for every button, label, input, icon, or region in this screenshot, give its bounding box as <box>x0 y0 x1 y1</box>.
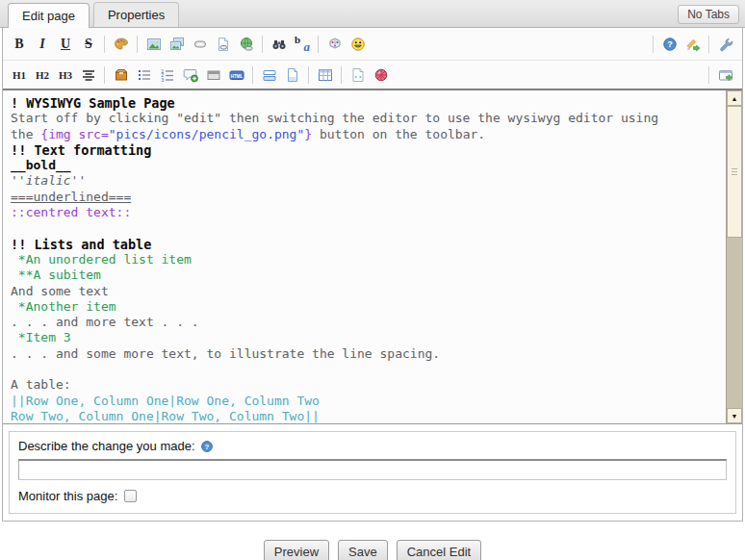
image-icon <box>146 37 162 52</box>
svg-text:HTML: HTML <box>231 73 244 78</box>
separator <box>104 66 106 84</box>
comment-add-icon <box>183 67 198 83</box>
italic-icon: I <box>39 37 44 52</box>
editor-line <box>11 220 734 236</box>
italic-button[interactable]: I <box>31 33 54 56</box>
underline-icon: U <box>61 37 70 52</box>
gallery-icon <box>169 37 185 52</box>
scrollbar-thumb[interactable] <box>727 106 742 238</box>
editor-line: Row Two, Column One|Row Two, Column Two|… <box>11 409 734 424</box>
table-icon <box>318 67 333 83</box>
editor-line: ''italic'' <box>11 173 734 189</box>
insert-image-button[interactable] <box>142 33 166 56</box>
heading3-button[interactable]: H3 <box>54 64 77 87</box>
h2-icon: H2 <box>36 69 49 81</box>
editor-line: the {img src="pics/icons/pencil_go.png"}… <box>11 127 734 142</box>
binoculars-icon <box>271 37 287 52</box>
editor-line: ::centred text:: <box>11 205 734 220</box>
titlebar-button[interactable] <box>202 64 225 87</box>
wrench-icon <box>718 37 733 52</box>
titlebar-icon <box>206 67 221 83</box>
preview-button[interactable]: Preview <box>264 540 329 560</box>
link-button[interactable] <box>189 33 212 56</box>
svg-text:3: 3 <box>161 76 164 82</box>
wiki-editor-textarea[interactable]: ! WYSIWYG Sample PageStart off by clicki… <box>3 89 742 424</box>
new-page-button[interactable] <box>281 64 304 87</box>
svg-text:?: ? <box>667 39 673 49</box>
replace-letter-a: a <box>304 39 311 55</box>
editor-content: ! WYSIWYG Sample PageStart off by clicki… <box>3 90 742 424</box>
find-button[interactable] <box>268 33 291 56</box>
editor-line: ! WYSIWYG Sample Page <box>11 95 734 111</box>
separator <box>341 66 343 84</box>
fullscreen-button[interactable] <box>714 64 737 87</box>
separator <box>708 36 710 53</box>
switch-editor-button[interactable] <box>681 33 705 56</box>
chain-link-icon <box>193 37 208 52</box>
heading1-button[interactable]: H1 <box>8 64 31 87</box>
image-gallery-button[interactable] <box>166 33 189 56</box>
special-characters-button[interactable] <box>323 33 347 56</box>
box-plugin-button[interactable] <box>110 64 133 87</box>
separator <box>137 36 139 53</box>
underline-button[interactable]: U <box>54 33 77 56</box>
ordered-list-button[interactable]: 123 <box>156 64 179 87</box>
html-plugin-button[interactable]: HTML <box>225 64 248 87</box>
wiki-plugin-button[interactable]: ‹› <box>347 64 370 87</box>
wiki-page-link-button[interactable] <box>212 33 235 56</box>
align-center-button[interactable] <box>77 64 100 87</box>
editor-line: Start off by clicking "edit" then switch… <box>11 111 734 126</box>
plugins-button[interactable] <box>370 64 393 87</box>
bold-button[interactable]: B <box>8 33 31 56</box>
external-link-button[interactable] <box>235 33 258 56</box>
admin-toolbars-button[interactable] <box>714 33 737 56</box>
save-button[interactable]: Save <box>338 540 388 560</box>
bullet-list-icon <box>137 67 152 83</box>
replace-button[interactable]: b a <box>291 33 314 56</box>
scroll-down-button[interactable]: ▼ <box>727 408 742 423</box>
svg-text:?: ? <box>204 442 209 450</box>
align-center-icon <box>81 67 96 83</box>
insert-table-button[interactable] <box>314 64 337 87</box>
monitor-page-checkbox[interactable] <box>124 490 137 502</box>
editor-line <box>11 362 734 377</box>
separator <box>708 66 710 84</box>
page-break-button[interactable] <box>258 64 281 87</box>
help-icon[interactable]: ? <box>200 440 214 453</box>
page-icon <box>285 67 300 83</box>
add-comment-button[interactable] <box>179 64 202 87</box>
heading2-button[interactable]: H2 <box>31 64 54 87</box>
cancel-edit-button[interactable]: Cancel Edit <box>397 540 481 560</box>
separator <box>318 36 320 53</box>
tab-properties[interactable]: Properties <box>93 2 179 27</box>
box-icon <box>114 67 129 83</box>
smiley-icon <box>350 37 366 52</box>
text-color-button[interactable] <box>110 33 133 56</box>
change-description-input[interactable] <box>18 459 727 480</box>
editor-line: . . . and some more text, to illustrate … <box>11 346 734 362</box>
scroll-up-button[interactable]: ▲ <box>727 90 742 106</box>
page-link-icon <box>216 37 231 52</box>
help-button[interactable]: ? <box>658 33 681 56</box>
unordered-list-button[interactable] <box>133 64 156 87</box>
editor-line: *Item 3 <box>11 330 734 345</box>
editor-scrollbar[interactable]: ▲ ▼ <box>726 90 742 423</box>
editor-line: *Another item <box>11 299 734 315</box>
strikethrough-icon: S <box>85 37 92 52</box>
bold-icon: B <box>14 37 23 52</box>
smileys-button[interactable] <box>347 33 370 56</box>
editor-line: ===underlined=== <box>11 190 734 205</box>
h3-icon: H3 <box>59 69 72 81</box>
editor-line: **A subitem <box>11 267 734 283</box>
separator <box>653 36 655 53</box>
help-icon: ? <box>662 37 678 52</box>
editor-line: . . . and more text . . . <box>11 315 734 330</box>
editor-line: !! Lists and table <box>11 237 734 252</box>
h1-icon: H1 <box>13 69 26 81</box>
edit-panel: B I U S b a <box>2 28 743 522</box>
no-tabs-button[interactable]: No Tabs <box>678 5 739 24</box>
editor-line: And some text <box>11 284 734 299</box>
separator <box>252 66 254 84</box>
strikethrough-button[interactable]: S <box>77 33 100 56</box>
tab-edit-page[interactable]: Edit page <box>8 3 90 28</box>
